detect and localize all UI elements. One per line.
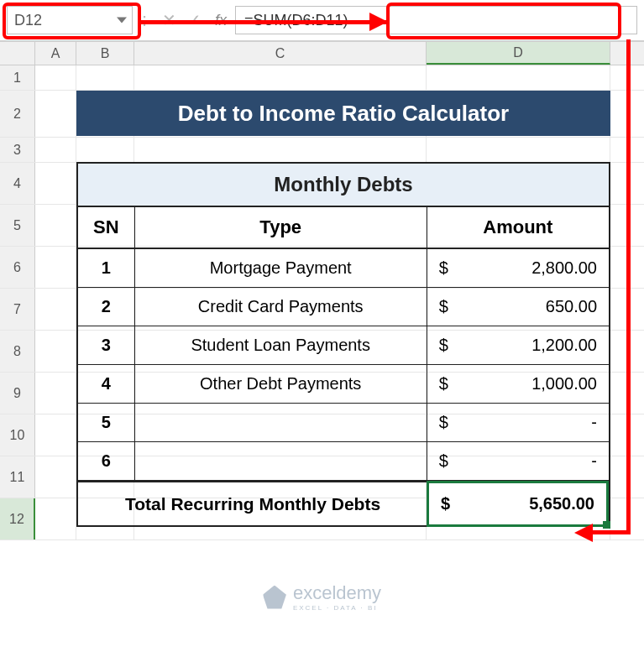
- total-label: Total Recurring Monthly Debts: [78, 482, 428, 525]
- cell-type[interactable]: Mortgage Payment: [135, 249, 427, 287]
- select-all-corner[interactable]: [0, 42, 35, 65]
- cell-type[interactable]: [135, 442, 427, 480]
- dropdown-icon[interactable]: [117, 18, 127, 23]
- table-total-row: Total Recurring Monthly Debts $ 5,650.00: [78, 481, 609, 525]
- row-header-1[interactable]: 1: [0, 65, 35, 90]
- row-header-10[interactable]: 10: [0, 414, 35, 456]
- cell[interactable]: [35, 91, 76, 137]
- table-row: 6 $ -: [78, 442, 609, 481]
- fill-handle-icon[interactable]: [603, 521, 610, 529]
- table-row: 4 Other Debt Payments $ 1,000.00: [78, 365, 609, 404]
- cancel-icon[interactable]: ✕: [156, 8, 181, 33]
- monthly-debts-table: Monthly Debts SN Type Amount 1 Mortgage …: [76, 162, 610, 527]
- row-header-7[interactable]: 7: [0, 289, 35, 330]
- watermark: exceldemy EXCEL · DATA · BI: [263, 582, 381, 612]
- col-header-c[interactable]: C: [134, 42, 427, 65]
- col-amount: Amount: [427, 207, 609, 248]
- cell[interactable]: [35, 289, 76, 330]
- cell[interactable]: [134, 138, 427, 162]
- cell[interactable]: [76, 138, 134, 162]
- cell-sn[interactable]: 5: [78, 404, 135, 441]
- cell-type[interactable]: [135, 404, 427, 441]
- table-row: 5 $ -: [78, 404, 609, 442]
- fx-icon[interactable]: fx: [215, 12, 227, 29]
- cell[interactable]: [35, 163, 76, 204]
- table-row: 3 Student Loan Payments $ 1,200.00: [78, 326, 609, 365]
- name-box-value: D12: [14, 12, 42, 29]
- cell[interactable]: [427, 138, 610, 162]
- cell[interactable]: [35, 414, 76, 456]
- cell-amount[interactable]: $ -: [427, 442, 609, 480]
- col-header-b[interactable]: B: [76, 42, 134, 65]
- column-headers: A B C D: [0, 42, 644, 65]
- cell[interactable]: [35, 138, 76, 162]
- cell-amount[interactable]: $ -: [427, 404, 609, 441]
- logo-icon: [263, 586, 286, 609]
- row-header-12[interactable]: 12: [0, 498, 35, 540]
- table-header: Monthly Debts: [78, 164, 609, 207]
- cell[interactable]: [35, 205, 76, 246]
- row-1: 1: [0, 65, 644, 91]
- total-amount-cell[interactable]: $ 5,650.00: [427, 481, 609, 527]
- row-header-4[interactable]: 4: [0, 163, 35, 204]
- cell[interactable]: [76, 65, 134, 90]
- page-title: Debt to Income Ratio Calculator: [76, 91, 610, 136]
- cell-type[interactable]: Other Debt Payments: [135, 365, 427, 403]
- cell-sn[interactable]: 4: [78, 365, 135, 403]
- cell[interactable]: [35, 331, 76, 372]
- row-header-9[interactable]: 9: [0, 373, 35, 414]
- cell-amount[interactable]: $ 1,000.00: [427, 365, 609, 403]
- cell[interactable]: [35, 456, 76, 498]
- cell-sn[interactable]: 1: [78, 249, 135, 287]
- cell[interactable]: [427, 65, 610, 90]
- formula-input[interactable]: =SUM(D6:D11): [235, 6, 637, 34]
- cell-type[interactable]: Student Loan Payments: [135, 326, 427, 364]
- col-header-d[interactable]: D: [427, 42, 610, 65]
- cell-amount[interactable]: $ 650.00: [427, 288, 609, 326]
- col-header-a[interactable]: A: [35, 42, 76, 65]
- col-sn: SN: [78, 207, 135, 248]
- cell[interactable]: [35, 247, 76, 288]
- cell-amount[interactable]: $ 2,800.00: [427, 249, 609, 287]
- cell-amount[interactable]: $ 1,200.00: [427, 326, 609, 364]
- table-row: 1 Mortgage Payment $ 2,800.00: [78, 249, 609, 288]
- cell[interactable]: [35, 498, 76, 540]
- name-box[interactable]: D12: [7, 6, 133, 34]
- cell-sn[interactable]: 2: [78, 288, 135, 326]
- cell[interactable]: [134, 65, 427, 90]
- row-header-3[interactable]: 3: [0, 138, 35, 162]
- row-header-5[interactable]: 5: [0, 205, 35, 246]
- table-row: 2 Credit Card Payments $ 650.00: [78, 288, 609, 326]
- col-type: Type: [135, 207, 427, 248]
- confirm-icon[interactable]: ✓: [181, 8, 207, 33]
- row-header-6[interactable]: 6: [0, 247, 35, 288]
- cell-sn[interactable]: 3: [78, 326, 135, 364]
- watermark-tagline: EXCEL · DATA · BI: [293, 604, 381, 612]
- grid-body: 1 2 3 4 5 6 7: [0, 65, 644, 540]
- row-header-2[interactable]: 2: [0, 91, 35, 137]
- table-column-row: SN Type Amount: [78, 207, 609, 249]
- cell-sn[interactable]: 6: [78, 442, 135, 480]
- separator: :: [133, 9, 156, 31]
- row-header-8[interactable]: 8: [0, 331, 35, 372]
- cell-type[interactable]: Credit Card Payments: [135, 288, 427, 326]
- formula-bar: D12 : ✕ ✓ fx =SUM(D6:D11): [0, 0, 644, 42]
- watermark-brand: exceldemy: [293, 582, 381, 603]
- row-3: 3: [0, 138, 644, 163]
- cell[interactable]: [35, 373, 76, 414]
- cell[interactable]: [35, 65, 76, 90]
- formula-text: =SUM(D6:D11): [244, 12, 348, 29]
- row-header-11[interactable]: 11: [0, 456, 35, 498]
